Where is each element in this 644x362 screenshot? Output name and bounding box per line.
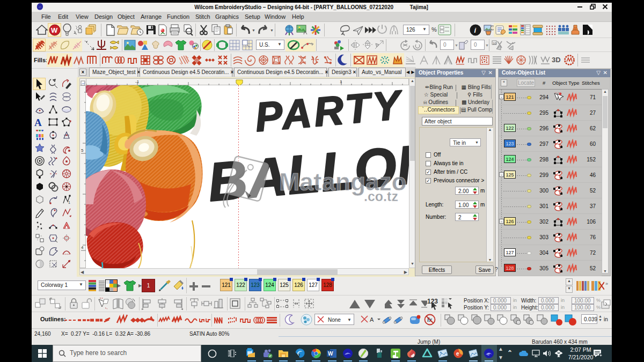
- svg-text:i: i: [474, 26, 477, 34]
- svg-text:1: 1: [340, 79, 342, 84]
- svg-text:5: 5: [81, 148, 84, 153]
- svg-text:e: e: [456, 351, 459, 357]
- svg-text:-1: -1: [135, 79, 140, 84]
- svg-text:1: 1: [68, 201, 70, 204]
- svg-text:PARTY: PARTY: [253, 85, 405, 140]
- svg-text:4: 4: [81, 245, 84, 250]
- svg-text:A: A: [370, 316, 374, 323]
- svg-text:e: e: [487, 352, 490, 357]
- svg-text:10: 10: [493, 42, 496, 45]
- svg-text:.co.tz: .co.tz: [364, 189, 398, 204]
- svg-text:W: W: [51, 26, 58, 34]
- svg-text:W: W: [328, 351, 333, 357]
